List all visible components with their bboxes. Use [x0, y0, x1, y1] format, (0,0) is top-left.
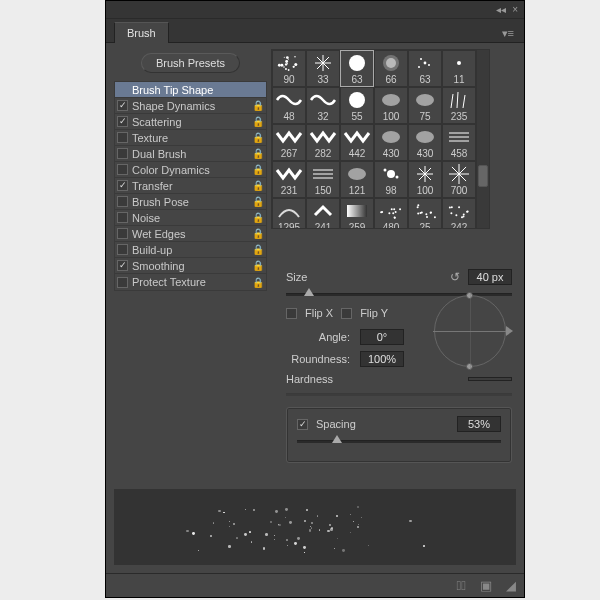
size-input[interactable]: 40 px — [468, 269, 512, 285]
brush-tip-cell[interactable]: 90 — [272, 50, 306, 87]
flipx-checkbox[interactable] — [286, 308, 297, 319]
option-build-up[interactable]: Build-up🔒 — [115, 242, 266, 258]
new-preset-icon[interactable]: ▣ — [480, 578, 492, 593]
lock-icon[interactable]: 🔒 — [252, 212, 263, 223]
option-transfer[interactable]: Transfer🔒 — [115, 178, 266, 194]
brush-tip-swatch — [376, 52, 406, 74]
brush-presets-button[interactable]: Brush Presets — [141, 53, 240, 73]
lock-icon[interactable]: 🔒 — [252, 164, 263, 175]
option-label: Wet Edges — [132, 228, 252, 240]
brush-tip-cell[interactable]: 267 — [272, 124, 306, 161]
close-icon[interactable]: × — [512, 4, 518, 15]
lock-icon[interactable]: 🔒 — [252, 228, 263, 239]
option-noise[interactable]: Noise🔒 — [115, 210, 266, 226]
option-checkbox[interactable] — [117, 132, 128, 143]
brush-tip-cell[interactable]: 100 — [408, 161, 442, 198]
option-checkbox[interactable] — [117, 196, 128, 207]
brush-tip-cell[interactable]: 55 — [340, 87, 374, 124]
svg-point-28 — [416, 94, 434, 106]
brush-tip-cell[interactable]: 458 — [442, 124, 476, 161]
lock-icon[interactable]: 🔒 — [252, 132, 263, 143]
brush-tip-cell[interactable]: 700 — [442, 161, 476, 198]
brush-preview — [114, 489, 516, 565]
option-shape-dynamics[interactable]: Shape Dynamics🔒 — [115, 98, 266, 114]
flyout-menu-icon[interactable]: ▾≡ — [498, 25, 518, 42]
reset-size-icon[interactable]: ↺ — [450, 270, 460, 284]
option-checkbox[interactable] — [117, 164, 128, 175]
brush-tip-size: 700 — [451, 185, 468, 196]
brush-tip-cell[interactable]: 241 — [306, 198, 340, 229]
scrollbar-thumb[interactable] — [478, 165, 488, 187]
spacing-slider[interactable] — [297, 438, 501, 444]
brush-tip-cell[interactable]: 121 — [340, 161, 374, 198]
brush-tip-swatch — [410, 163, 440, 185]
brush-tip-cell[interactable]: 75 — [408, 87, 442, 124]
scrollbar[interactable] — [476, 49, 490, 229]
option-checkbox[interactable] — [117, 100, 128, 111]
brush-tip-cell[interactable]: 48 — [272, 87, 306, 124]
angle-control[interactable] — [434, 295, 506, 367]
brush-tip-cell[interactable]: 25 — [408, 198, 442, 229]
collapse-icon[interactable]: ◂◂ — [496, 4, 506, 15]
brush-tip-cell[interactable]: 442 — [340, 124, 374, 161]
lock-icon[interactable]: 🔒 — [252, 180, 263, 191]
brush-tip-grid[interactable]: 9033636663114832551007523526728244243043… — [271, 49, 476, 229]
lock-icon[interactable]: 🔒 — [252, 100, 263, 111]
brush-tip-cell[interactable]: 1295 — [272, 198, 306, 229]
brush-tip-swatch — [274, 126, 304, 148]
brush-tip-cell[interactable]: 282 — [306, 124, 340, 161]
brush-tip-cell[interactable]: 11 — [442, 50, 476, 87]
lock-icon[interactable]: 🔒 — [252, 148, 263, 159]
option-brush-pose[interactable]: Brush Pose🔒 — [115, 194, 266, 210]
option-color-dynamics[interactable]: Color Dynamics🔒 — [115, 162, 266, 178]
option-dual-brush[interactable]: Dual Brush🔒 — [115, 146, 266, 162]
spacing-input[interactable]: 53% — [457, 416, 501, 432]
brush-tip-cell[interactable]: 430 — [408, 124, 442, 161]
trash-icon[interactable]: ◢ — [506, 578, 516, 593]
lock-icon[interactable]: 🔒 — [252, 244, 263, 255]
option-texture[interactable]: Texture🔒 — [115, 130, 266, 146]
brush-tip-cell[interactable]: 66 — [374, 50, 408, 87]
roundness-input[interactable]: 100% — [360, 351, 404, 367]
option-checkbox[interactable] — [117, 212, 128, 223]
brush-tip-cell[interactable]: 430 — [374, 124, 408, 161]
brush-tip-cell[interactable]: 33 — [306, 50, 340, 87]
option-checkbox[interactable] — [117, 116, 128, 127]
option-label: Brush Pose — [132, 196, 252, 208]
brush-tip-cell[interactable]: 235 — [442, 87, 476, 124]
brush-tip-swatch — [410, 126, 440, 148]
brush-tip-size: 11 — [453, 74, 464, 85]
svg-point-2 — [280, 64, 283, 67]
option-checkbox[interactable] — [117, 180, 128, 191]
option-checkbox[interactable] — [117, 244, 128, 255]
angle-input[interactable]: 0° — [360, 329, 404, 345]
svg-point-33 — [416, 131, 434, 143]
option-checkbox[interactable] — [117, 228, 128, 239]
brush-tip-cell[interactable]: 231 — [272, 161, 306, 198]
option-checkbox[interactable] — [117, 148, 128, 159]
svg-point-78 — [449, 206, 451, 208]
svg-point-8 — [285, 68, 287, 70]
option-wet-edges[interactable]: Wet Edges🔒 — [115, 226, 266, 242]
brush-tip-cell[interactable]: 242 — [442, 198, 476, 229]
brush-tip-size: 1295 — [278, 222, 300, 229]
brush-tip-cell[interactable]: 98 — [374, 161, 408, 198]
brush-tip-cell[interactable]: 32 — [306, 87, 340, 124]
lock-icon[interactable]: 🔒 — [252, 196, 263, 207]
spacing-checkbox[interactable] — [297, 419, 308, 430]
brush-tip-swatch — [444, 163, 474, 185]
lock-icon[interactable]: 🔒 — [252, 116, 263, 127]
option-brush-tip-shape[interactable]: Brush Tip Shape — [115, 82, 266, 98]
svg-point-74 — [420, 212, 422, 214]
toggle-overlay-icon[interactable]: ✎⃞ — [457, 578, 467, 593]
brush-tip-cell[interactable]: 480 — [374, 198, 408, 229]
svg-point-65 — [394, 217, 396, 219]
tab-brush[interactable]: Brush — [114, 22, 169, 43]
brush-tip-cell[interactable]: 100 — [374, 87, 408, 124]
flipy-checkbox[interactable] — [341, 308, 352, 319]
brush-tip-cell[interactable]: 259 — [340, 198, 374, 229]
brush-tip-cell[interactable]: 150 — [306, 161, 340, 198]
brush-tip-cell[interactable]: 63 — [408, 50, 442, 87]
option-scattering[interactable]: Scattering🔒 — [115, 114, 266, 130]
brush-tip-cell[interactable]: 63 — [340, 50, 374, 87]
